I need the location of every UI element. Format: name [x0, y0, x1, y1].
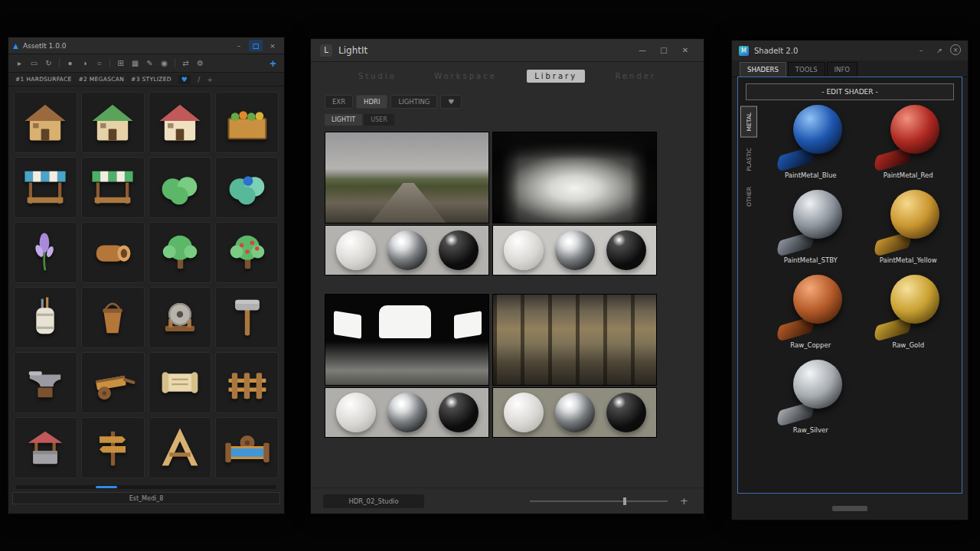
tab-tools[interactable]: TOOLS: [788, 62, 825, 77]
restore-button[interactable]: ↗: [932, 44, 947, 57]
sphere-wire-icon[interactable]: ○: [93, 57, 105, 70]
close-button[interactable]: ×: [266, 40, 279, 51]
edit-icon[interactable]: ✎: [144, 57, 155, 70]
favorites-heart-icon[interactable]: ♥: [178, 75, 191, 84]
shader-PaintMetal_STBY[interactable]: PaintMetal_STBY: [762, 190, 860, 264]
tag-filter-3[interactable]: #3 STYLIZED: [131, 76, 172, 83]
asset-thumbnail-anvil-stump[interactable]: [14, 352, 77, 413]
tab-info[interactable]: INFO: [827, 62, 858, 77]
asset-thumbnail-lavender-flower[interactable]: [14, 222, 77, 283]
hdri-panorama-studio-garage[interactable]: [492, 132, 657, 223]
asset-thumbnail-market-stall-green[interactable]: [81, 157, 145, 218]
asset-thumbnail-wooden-bucket[interactable]: [81, 287, 145, 348]
sphere-black-preview[interactable]: [439, 230, 479, 270]
hdri-slider[interactable]: [530, 500, 668, 502]
category-tab-metal[interactable]: METAL: [740, 106, 757, 138]
sphere-black-preview[interactable]: [439, 393, 479, 432]
hdri-card-industrial-warehouse[interactable]: [492, 294, 657, 438]
tab-workspace[interactable]: Workspace: [426, 70, 505, 83]
minimize-button[interactable]: –: [232, 40, 246, 51]
settings-icon[interactable]: ⚙: [194, 57, 206, 70]
asset-thumbnail-mallet[interactable]: [215, 287, 279, 348]
shader-PaintMetal_Red[interactable]: PaintMetal_Red: [860, 105, 958, 179]
asset-thumbnail-green-bush[interactable]: [149, 157, 212, 218]
assetit-titlebar[interactable]: ▲ AssetIt 1.0.0 – □ ×: [8, 37, 284, 54]
asset-thumbnail-grindstone[interactable]: [149, 287, 212, 348]
edit-shader-button[interactable]: - EDIT SHADER -: [746, 83, 954, 100]
sphere-chrome-preview[interactable]: [555, 393, 595, 432]
shadeit-scrollbar[interactable]: [832, 506, 867, 511]
scrollbar-thumb[interactable]: [96, 486, 117, 488]
asset-thumbnail-market-stall-blue[interactable]: [14, 157, 77, 218]
sphere-matte-preview[interactable]: [504, 393, 544, 432]
filter-lighting[interactable]: LIGHTING: [390, 95, 437, 109]
tab-library[interactable]: Library: [527, 70, 585, 83]
sphere-solid-icon[interactable]: ●: [64, 57, 76, 70]
hdri-panorama-industrial-warehouse[interactable]: [492, 294, 657, 386]
tab-shaders[interactable]: SHADERS: [740, 62, 786, 77]
shader-Raw_Copper[interactable]: Raw_Copper: [762, 275, 860, 349]
shader-Raw_Silver[interactable]: Raw_Silver: [762, 360, 860, 434]
close-button[interactable]: ×: [950, 44, 961, 55]
close-button[interactable]: ✕: [676, 43, 694, 58]
asset-thumbnail-cottage-red-roof[interactable]: [149, 92, 212, 153]
refresh-icon[interactable]: ↻: [43, 57, 54, 70]
asset-thumbnail-wheelbarrow[interactable]: [81, 352, 145, 413]
sphere-black-preview[interactable]: [606, 393, 646, 432]
sphere-chrome-preview[interactable]: [387, 230, 427, 270]
maximize-button[interactable]: □: [655, 43, 673, 58]
sphere-matte-preview[interactable]: [336, 230, 376, 270]
minimize-button[interactable]: –: [913, 44, 929, 57]
sphere-matte-preview[interactable]: [336, 393, 376, 432]
asset-thumbnail-scroll[interactable]: [149, 352, 212, 413]
grid-view-icon[interactable]: ▦: [129, 57, 141, 70]
source-user[interactable]: USER: [364, 114, 394, 126]
hdri-panorama-black-softbox-studio[interactable]: [325, 294, 489, 386]
add-tag-button[interactable]: +: [207, 76, 214, 83]
tag-filter-2[interactable]: #2 MEGASCAN: [78, 76, 124, 83]
sphere-black-preview[interactable]: [606, 230, 646, 270]
asset-thumbnail-teal-plant-berry[interactable]: [215, 157, 279, 218]
tag-filter-1[interactable]: #1 HARDSURFACE: [15, 76, 71, 83]
sphere-matte-preview[interactable]: [504, 230, 544, 270]
lightit-titlebar[interactable]: L LightIt — □ ✕: [311, 39, 704, 62]
category-tab-other[interactable]: OTHER: [740, 181, 757, 213]
sphere-chrome-preview[interactable]: [387, 393, 427, 432]
asset-thumbnail-wooden-fence[interactable]: [215, 352, 279, 413]
asset-thumbnail-apple-tree[interactable]: [215, 222, 279, 283]
asset-thumbnail-cottage-tan[interactable]: [14, 92, 77, 153]
asset-thumbnail-well-red-roof[interactable]: [14, 417, 77, 478]
asset-thumbnail-round-tree[interactable]: [149, 222, 212, 283]
hdri-card-studio-garage[interactable]: [492, 132, 657, 276]
asset-grid-scrollbar[interactable]: [16, 485, 276, 489]
sphere-half-icon[interactable]: ◑: [79, 57, 90, 70]
asset-thumbnail-wooden-pipe[interactable]: [81, 222, 145, 283]
visibility-icon[interactable]: ◉: [158, 57, 170, 70]
asset-thumbnail-signpost[interactable]: [81, 417, 145, 478]
category-tab-plastic[interactable]: PLASTIC: [740, 142, 757, 178]
sync-icon[interactable]: ⇄: [180, 57, 191, 70]
tab-studio[interactable]: Studio: [351, 70, 404, 83]
tab-render[interactable]: Render: [607, 70, 664, 83]
selected-hdri-name[interactable]: HDR_02_Studio: [323, 494, 424, 508]
frame-tool-icon[interactable]: ▭: [28, 57, 40, 70]
select-tool-icon[interactable]: ▸: [14, 57, 25, 70]
source-lightit[interactable]: LIGHTIT: [325, 114, 362, 126]
filter-exr[interactable]: EXR: [325, 95, 353, 109]
maximize-button[interactable]: □: [249, 40, 263, 51]
shader-PaintMetal_Yellow[interactable]: PaintMetal_Yellow: [860, 190, 958, 264]
add-grid-icon[interactable]: ⊞: [115, 57, 126, 70]
hdri-panorama-field-overcast[interactable]: [325, 132, 489, 223]
shader-PaintMetal_Blue[interactable]: PaintMetal_Blue: [762, 105, 860, 179]
asset-thumbnail-cottage-green-roof[interactable]: [81, 92, 145, 153]
hdri-slider-handle[interactable]: [623, 497, 626, 505]
shadeit-titlebar[interactable]: M ShadeIt 2.0 – ↗ ×: [732, 41, 968, 60]
shader-Raw_Gold[interactable]: Raw_Gold: [860, 275, 958, 349]
favorites-heart-icon[interactable]: ♥: [440, 95, 462, 109]
asset-thumbnail-wood-frame[interactable]: [149, 417, 212, 478]
add-asset-button[interactable]: +: [267, 57, 279, 70]
minimize-button[interactable]: —: [633, 43, 652, 58]
sphere-chrome-preview[interactable]: [555, 230, 595, 270]
hdri-card-black-softbox-studio[interactable]: [325, 294, 489, 438]
asset-thumbnail-water-mill[interactable]: [215, 417, 279, 478]
